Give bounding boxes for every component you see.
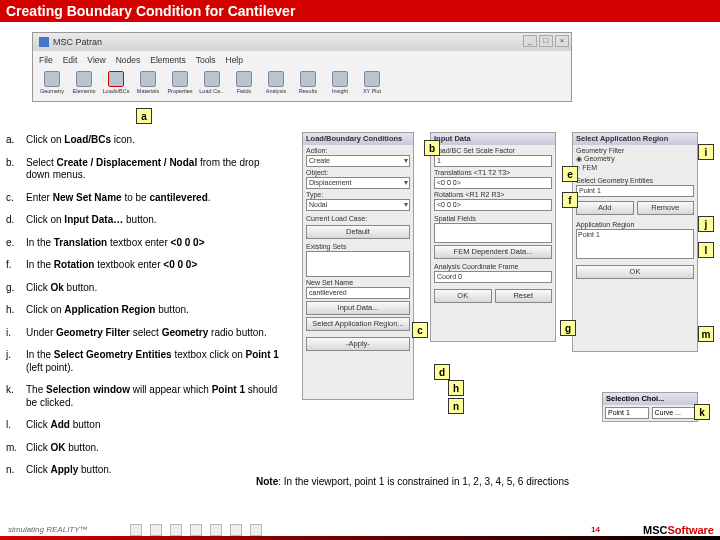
coord-frame-input[interactable]: Coord 0 <box>434 271 552 283</box>
callout-b: b <box>424 140 440 156</box>
application-region-list[interactable]: Point 1 <box>576 229 694 259</box>
radio-label: FEM <box>582 164 597 171</box>
step-text: In the Select Geometry Entities textbox … <box>26 349 288 374</box>
input-data-button[interactable]: Input Data... <box>306 301 410 315</box>
callout-e: e <box>562 166 578 182</box>
toolbar-button-insight[interactable]: Insight <box>325 71 355 101</box>
add-button[interactable]: Add <box>576 201 634 215</box>
reset-button[interactable]: Reset <box>495 289 553 303</box>
instruction-step: c.Enter New Set Name to be cantilevered. <box>6 192 288 205</box>
toolbar-button-geometry[interactable]: Geometry <box>37 71 67 101</box>
ok-button[interactable]: OK <box>434 289 492 303</box>
ok-button[interactable]: OK <box>576 265 694 279</box>
object-combo[interactable]: Displacement <box>306 177 410 189</box>
existing-sets-list[interactable] <box>306 251 410 277</box>
instruction-step: k.The Selection window will appear which… <box>6 384 288 409</box>
menu-item[interactable]: View <box>87 55 105 65</box>
label: New Set Name <box>306 279 410 286</box>
minimize-icon[interactable]: _ <box>523 35 537 47</box>
remove-button[interactable]: Remove <box>637 201 695 215</box>
menu-item[interactable]: Edit <box>63 55 78 65</box>
step-label: n. <box>6 464 26 477</box>
step-text: In the Translation textbox enter <0 0 0> <box>26 237 288 250</box>
step-text: Click on Application Region button. <box>26 304 288 317</box>
footer-tagline: simulating REALITY™ <box>8 525 88 534</box>
fem-dependent-button[interactable]: FEM Dependent Data... <box>434 245 552 259</box>
step-text: Enter New Set Name to be cantilevered. <box>26 192 288 205</box>
step-label: k. <box>6 384 26 409</box>
app-window: MSC Patran _ □ × File Edit View Nodes El… <box>32 32 572 102</box>
toolbar-button-properties[interactable]: Properties <box>165 71 195 101</box>
new-set-name-input[interactable]: cantilevered <box>306 287 410 299</box>
step-text: Click Add button <box>26 419 288 432</box>
step-label: e. <box>6 237 26 250</box>
type-combo[interactable]: Nodal <box>306 199 410 211</box>
step-label: l. <box>6 419 26 432</box>
app-menubar: File Edit View Nodes Elements Tools Help <box>33 51 571 69</box>
label: Application Region <box>576 221 694 228</box>
step-text: In the Rotation textbook enter <0 0 0> <box>26 259 288 272</box>
footer-icons <box>130 524 262 536</box>
footer-brand: MSCSoftware <box>643 524 714 536</box>
toolbar-button-xyplot[interactable]: XY Plot <box>357 71 387 101</box>
footer-icon <box>250 524 262 536</box>
select-entities-input[interactable]: Point 1 <box>576 185 694 197</box>
footer-icon <box>230 524 242 536</box>
label: Object: <box>306 169 410 176</box>
label: Load/BC Set Scale Factor <box>434 147 552 154</box>
step-label: h. <box>6 304 26 317</box>
panel-header: Selection Choi... <box>603 393 697 405</box>
toolbar-button-fields[interactable]: Fields <box>229 71 259 101</box>
instruction-step: g.Click Ok button. <box>6 282 288 295</box>
footer-icon <box>190 524 202 536</box>
maximize-icon[interactable]: □ <box>539 35 553 47</box>
fem-radio[interactable]: ○ FEM <box>576 164 694 171</box>
toolbar-button-results[interactable]: Results <box>293 71 323 101</box>
toolbar-label: Properties <box>167 88 192 94</box>
toolbar-button-analysis[interactable]: Analysis <box>261 71 291 101</box>
radio-label: Geometry <box>584 155 615 162</box>
rotations-input[interactable]: <0 0 0> <box>434 199 552 211</box>
selection-choice-curve[interactable]: Curve ... <box>652 407 696 419</box>
menu-item[interactable]: File <box>39 55 53 65</box>
instruction-step: n.Click Apply button. <box>6 464 288 477</box>
toolbar-button-loadsbcs[interactable]: Loads/BCs <box>101 71 131 101</box>
spatial-fields-list[interactable] <box>434 223 552 243</box>
application-region-button[interactable]: Select Application Region... <box>306 317 410 331</box>
step-label: f. <box>6 259 26 272</box>
step-label: j. <box>6 349 26 374</box>
action-combo[interactable]: Create <box>306 155 410 167</box>
menu-item[interactable]: Elements <box>150 55 185 65</box>
menu-item[interactable]: Help <box>226 55 243 65</box>
instruction-list: a.Click on Load/BCs icon.b.Select Create… <box>6 134 288 487</box>
callout-f: f <box>562 192 578 208</box>
footer-bar <box>0 536 720 540</box>
step-text: Click Apply button. <box>26 464 288 477</box>
close-icon[interactable]: × <box>555 35 569 47</box>
toolbar-button-elements[interactable]: Elements <box>69 71 99 101</box>
selection-choice-point[interactable]: Point 1 <box>605 407 649 419</box>
toolbar-icon <box>332 71 348 87</box>
label: Analysis Coordinate Frame <box>434 263 552 270</box>
menu-item[interactable]: Tools <box>196 55 216 65</box>
menu-item[interactable]: Nodes <box>116 55 141 65</box>
step-label: m. <box>6 442 26 455</box>
toolbar-button-loadca[interactable]: Load Ca... <box>197 71 227 101</box>
toolbar-button-materials[interactable]: Materials <box>133 71 163 101</box>
instruction-step: f.In the Rotation textbook enter <0 0 0> <box>6 259 288 272</box>
step-label: b. <box>6 157 26 182</box>
geometry-radio[interactable]: ◉ Geometry <box>576 155 694 163</box>
scale-input[interactable]: 1 <box>434 155 552 167</box>
apply-button[interactable]: -Apply- <box>306 337 410 351</box>
footer-icon <box>130 524 142 536</box>
panel-input-data: Input Data Load/BC Set Scale Factor1 Tra… <box>430 132 556 342</box>
step-text: Select Create / Displacement / Nodal fro… <box>26 157 288 182</box>
toolbar-icon <box>236 71 252 87</box>
viewport-note: Note: In the viewport, point 1 is constr… <box>256 476 569 487</box>
translations-input[interactable]: <0 0 0> <box>434 177 552 189</box>
loadcase-button[interactable]: Default <box>306 225 410 239</box>
callout-g: g <box>560 320 576 336</box>
toolbar-icon <box>364 71 380 87</box>
app-name: MSC Patran <box>53 37 102 47</box>
label: Current Load Case: <box>306 215 410 222</box>
